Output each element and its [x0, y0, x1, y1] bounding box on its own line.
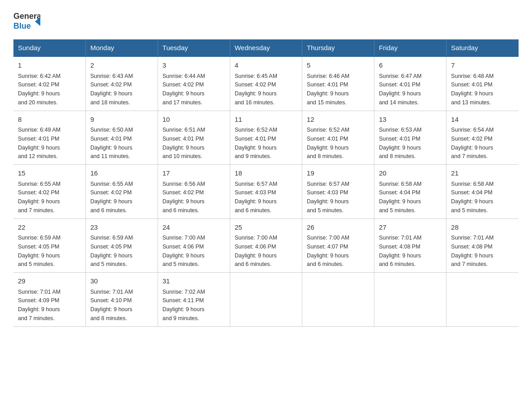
- day-info: Sunrise: 6:55 AMSunset: 4:02 PMDaylight:…: [18, 181, 60, 214]
- calendar-cell: 29Sunrise: 7:01 AMSunset: 4:09 PMDayligh…: [13, 273, 86, 327]
- day-info: Sunrise: 6:54 AMSunset: 4:02 PMDaylight:…: [451, 127, 493, 159]
- calendar-cell: 31Sunrise: 7:02 AMSunset: 4:11 PMDayligh…: [158, 273, 230, 327]
- day-info: Sunrise: 6:55 AMSunset: 4:02 PMDaylight:…: [90, 181, 133, 214]
- calendar-cell: 24Sunrise: 7:00 AMSunset: 4:06 PMDayligh…: [158, 218, 230, 273]
- svg-text:General: General: [13, 12, 40, 21]
- day-info: Sunrise: 6:47 AMSunset: 4:01 PMDaylight:…: [379, 73, 421, 106]
- day-number: 23: [90, 223, 153, 233]
- calendar-header: SundayMondayTuesdayWednesdayThursdayFrid…: [13, 39, 519, 56]
- calendar-cell: 27Sunrise: 7:01 AMSunset: 4:08 PMDayligh…: [374, 218, 446, 273]
- day-number: 21: [451, 168, 514, 179]
- calendar-cell: 17Sunrise: 6:56 AMSunset: 4:02 PMDayligh…: [158, 165, 230, 219]
- day-info: Sunrise: 7:00 AMSunset: 4:06 PMDaylight:…: [235, 235, 277, 267]
- calendar-cell: 14Sunrise: 6:54 AMSunset: 4:02 PMDayligh…: [446, 111, 519, 165]
- day-number: 31: [163, 276, 225, 287]
- day-number: 14: [451, 115, 514, 125]
- calendar-cell: 4Sunrise: 6:45 AMSunset: 4:02 PMDaylight…: [230, 56, 302, 111]
- calendar-cell: 23Sunrise: 6:59 AMSunset: 4:05 PMDayligh…: [86, 218, 158, 273]
- week-row-2: 8Sunrise: 6:49 AMSunset: 4:01 PMDaylight…: [13, 111, 519, 165]
- day-info: Sunrise: 6:59 AMSunset: 4:05 PMDaylight:…: [18, 235, 60, 267]
- header-sunday: Sunday: [13, 39, 86, 56]
- day-number: 18: [235, 168, 297, 179]
- day-info: Sunrise: 6:50 AMSunset: 4:01 PMDaylight:…: [90, 127, 133, 159]
- day-info: Sunrise: 7:01 AMSunset: 4:09 PMDaylight:…: [18, 289, 60, 321]
- day-number: 13: [379, 115, 442, 125]
- day-info: Sunrise: 6:57 AMSunset: 4:03 PMDaylight:…: [235, 181, 277, 214]
- header-row: SundayMondayTuesdayWednesdayThursdayFrid…: [13, 39, 519, 56]
- week-row-1: 1Sunrise: 6:42 AMSunset: 4:02 PMDaylight…: [13, 56, 519, 111]
- calendar-cell: 7Sunrise: 6:48 AMSunset: 4:01 PMDaylight…: [446, 56, 519, 111]
- calendar-cell: 2Sunrise: 6:43 AMSunset: 4:02 PMDaylight…: [86, 56, 158, 111]
- day-info: Sunrise: 6:58 AMSunset: 4:04 PMDaylight:…: [379, 181, 421, 214]
- day-info: Sunrise: 6:53 AMSunset: 4:01 PMDaylight:…: [379, 127, 421, 159]
- calendar-cell: 19Sunrise: 6:57 AMSunset: 4:03 PMDayligh…: [302, 165, 374, 219]
- day-info: Sunrise: 7:00 AMSunset: 4:07 PMDaylight:…: [307, 235, 349, 267]
- day-number: 8: [18, 115, 81, 125]
- day-number: 15: [18, 168, 81, 179]
- day-info: Sunrise: 6:42 AMSunset: 4:02 PMDaylight:…: [18, 73, 60, 106]
- calendar-cell: 13Sunrise: 6:53 AMSunset: 4:01 PMDayligh…: [374, 111, 446, 165]
- calendar-cell: 28Sunrise: 7:01 AMSunset: 4:08 PMDayligh…: [446, 218, 519, 273]
- header-tuesday: Tuesday: [158, 39, 230, 56]
- header-friday: Friday: [374, 39, 446, 56]
- calendar-table: SundayMondayTuesdayWednesdayThursdayFrid…: [13, 39, 519, 327]
- day-number: 6: [379, 60, 442, 71]
- day-info: Sunrise: 7:01 AMSunset: 4:08 PMDaylight:…: [451, 235, 493, 267]
- calendar-cell: [374, 273, 446, 327]
- day-info: Sunrise: 6:43 AMSunset: 4:02 PMDaylight:…: [90, 73, 133, 106]
- header-wednesday: Wednesday: [230, 39, 302, 56]
- day-number: 4: [235, 60, 297, 71]
- calendar-cell: 22Sunrise: 6:59 AMSunset: 4:05 PMDayligh…: [13, 218, 86, 273]
- day-number: 7: [451, 60, 514, 71]
- week-row-5: 29Sunrise: 7:01 AMSunset: 4:09 PMDayligh…: [13, 273, 519, 327]
- day-number: 11: [235, 115, 297, 125]
- day-number: 2: [90, 60, 153, 71]
- calendar-cell: [446, 273, 519, 327]
- day-number: 1: [18, 60, 81, 71]
- day-info: Sunrise: 6:48 AMSunset: 4:01 PMDaylight:…: [451, 73, 493, 106]
- day-number: 17: [163, 168, 225, 179]
- calendar-cell: 6Sunrise: 6:47 AMSunset: 4:01 PMDaylight…: [374, 56, 446, 111]
- calendar-cell: [230, 273, 302, 327]
- day-number: 16: [90, 168, 153, 179]
- day-info: Sunrise: 7:01 AMSunset: 4:08 PMDaylight:…: [379, 235, 421, 267]
- svg-text:Blue: Blue: [13, 21, 31, 30]
- calendar-cell: 12Sunrise: 6:52 AMSunset: 4:01 PMDayligh…: [302, 111, 374, 165]
- day-info: Sunrise: 6:52 AMSunset: 4:01 PMDaylight:…: [307, 127, 349, 159]
- week-row-3: 15Sunrise: 6:55 AMSunset: 4:02 PMDayligh…: [13, 165, 519, 219]
- header-monday: Monday: [86, 39, 158, 56]
- day-info: Sunrise: 6:57 AMSunset: 4:03 PMDaylight:…: [307, 181, 349, 214]
- day-info: Sunrise: 6:44 AMSunset: 4:02 PMDaylight:…: [163, 73, 205, 106]
- page-header: General Blue: [13, 9, 519, 31]
- calendar-cell: [302, 273, 374, 327]
- day-number: 10: [163, 115, 225, 125]
- week-row-4: 22Sunrise: 6:59 AMSunset: 4:05 PMDayligh…: [13, 218, 519, 273]
- logo: General Blue: [13, 9, 40, 31]
- day-number: 20: [379, 168, 442, 179]
- calendar-cell: 10Sunrise: 6:51 AMSunset: 4:01 PMDayligh…: [158, 111, 230, 165]
- day-info: Sunrise: 7:02 AMSunset: 4:11 PMDaylight:…: [163, 289, 205, 321]
- day-info: Sunrise: 7:00 AMSunset: 4:06 PMDaylight:…: [163, 235, 205, 267]
- calendar-cell: 8Sunrise: 6:49 AMSunset: 4:01 PMDaylight…: [13, 111, 86, 165]
- day-number: 12: [307, 115, 369, 125]
- day-info: Sunrise: 6:56 AMSunset: 4:02 PMDaylight:…: [163, 181, 205, 214]
- day-info: Sunrise: 6:58 AMSunset: 4:04 PMDaylight:…: [451, 181, 493, 214]
- calendar-cell: 21Sunrise: 6:58 AMSunset: 4:04 PMDayligh…: [446, 165, 519, 219]
- day-number: 22: [18, 223, 81, 233]
- day-number: 29: [18, 276, 81, 287]
- calendar-cell: 9Sunrise: 6:50 AMSunset: 4:01 PMDaylight…: [86, 111, 158, 165]
- logo-icon: General Blue: [13, 9, 40, 31]
- day-number: 30: [90, 276, 153, 287]
- day-number: 24: [163, 223, 225, 233]
- calendar-cell: 1Sunrise: 6:42 AMSunset: 4:02 PMDaylight…: [13, 56, 86, 111]
- day-info: Sunrise: 7:01 AMSunset: 4:10 PMDaylight:…: [90, 289, 133, 321]
- day-number: 3: [163, 60, 225, 71]
- day-number: 27: [379, 223, 442, 233]
- calendar-cell: 11Sunrise: 6:52 AMSunset: 4:01 PMDayligh…: [230, 111, 302, 165]
- calendar-body: 1Sunrise: 6:42 AMSunset: 4:02 PMDaylight…: [13, 56, 519, 326]
- day-info: Sunrise: 6:46 AMSunset: 4:01 PMDaylight:…: [307, 73, 349, 106]
- header-thursday: Thursday: [302, 39, 374, 56]
- day-number: 5: [307, 60, 369, 71]
- day-info: Sunrise: 6:49 AMSunset: 4:01 PMDaylight:…: [18, 127, 60, 159]
- calendar-cell: 16Sunrise: 6:55 AMSunset: 4:02 PMDayligh…: [86, 165, 158, 219]
